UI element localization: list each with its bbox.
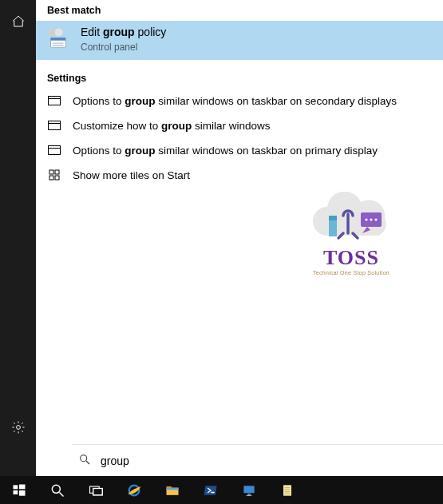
svg-rect-37 (243, 486, 254, 493)
home-icon[interactable] (0, 5, 36, 38)
settings-header: Settings (36, 68, 443, 89)
watermark-title: TOSS (295, 246, 407, 270)
svg-point-23 (81, 454, 87, 461)
search-icon (78, 453, 91, 469)
svg-point-22 (374, 218, 377, 220)
svg-point-21 (370, 218, 372, 220)
task-view-button[interactable] (77, 476, 115, 504)
taskbar-search-button[interactable] (38, 476, 77, 504)
search-bar[interactable] (72, 444, 443, 476)
taskbar (0, 476, 443, 504)
svg-rect-14 (55, 170, 59, 174)
svg-point-0 (16, 426, 20, 430)
settings-item[interactable]: Options to group similar windows on task… (36, 89, 443, 113)
results-area: Best match Edit group policy Control pan… (36, 0, 443, 444)
settings-item-label: Options to group similar windows on task… (73, 95, 397, 107)
svg-rect-39 (247, 494, 252, 495)
start-button[interactable] (0, 476, 38, 504)
svg-rect-36 (167, 487, 179, 490)
svg-rect-19 (361, 212, 382, 227)
svg-line-24 (86, 461, 89, 464)
bm-subtitle: Control panel (81, 42, 166, 54)
watermark-subtitle: Technical One Stop Solution (295, 270, 407, 276)
svg-rect-18 (329, 216, 337, 220)
search-input[interactable] (101, 454, 437, 467)
svg-rect-28 (19, 490, 26, 496)
svg-point-29 (52, 485, 60, 493)
watermark-logo: TOSS Technical One Stop Solution (295, 192, 407, 276)
svg-line-30 (60, 492, 64, 496)
tiles-icon (47, 169, 61, 181)
best-match-text: Edit group policy Control panel (81, 26, 166, 54)
window-icon (47, 121, 61, 130)
powershell-icon[interactable] (192, 476, 230, 504)
bm-title-pre: Edit (81, 26, 103, 38)
svg-rect-32 (93, 488, 103, 494)
window-icon (47, 145, 61, 155)
svg-point-2 (55, 29, 63, 37)
svg-rect-27 (14, 490, 18, 494)
best-match-item[interactable]: Edit group policy Control panel (36, 21, 443, 60)
settings-item-label: Customize how to group similar windows (73, 120, 271, 132)
left-rail (0, 0, 36, 444)
bm-title-bold: group (103, 26, 135, 38)
settings-item-label: Show more tiles on Start (73, 169, 190, 181)
svg-rect-17 (329, 216, 337, 236)
bm-title-post: policy (135, 26, 167, 38)
svg-rect-7 (49, 97, 61, 105)
notepad-icon[interactable] (268, 476, 307, 504)
best-match-header: Best match (36, 0, 443, 21)
window-icon (47, 96, 61, 105)
search-panel: Best match Edit group policy Control pan… (0, 0, 443, 444)
gear-icon[interactable] (0, 411, 36, 444)
svg-rect-40 (283, 485, 291, 495)
svg-rect-38 (247, 494, 250, 495)
svg-rect-25 (14, 485, 18, 489)
svg-rect-9 (49, 121, 61, 130)
group-policy-icon (44, 26, 71, 53)
rail-fill (0, 444, 36, 476)
internet-explorer-icon[interactable] (115, 476, 153, 504)
svg-rect-4 (51, 38, 66, 41)
svg-rect-11 (49, 146, 61, 155)
remote-desktop-icon[interactable] (230, 476, 268, 504)
settings-item[interactable]: Options to group similar windows on task… (36, 138, 443, 163)
settings-list: Options to group similar windows on task… (36, 89, 443, 188)
svg-rect-26 (19, 484, 26, 489)
svg-point-20 (365, 218, 367, 220)
settings-item[interactable]: Show more tiles on Start (36, 163, 443, 188)
settings-item[interactable]: Customize how to group similar windows (36, 113, 443, 138)
file-explorer-icon[interactable] (153, 476, 192, 504)
svg-rect-13 (49, 170, 53, 174)
svg-rect-16 (55, 176, 59, 180)
settings-item-label: Options to group similar windows on task… (73, 145, 378, 157)
svg-rect-15 (49, 176, 53, 180)
